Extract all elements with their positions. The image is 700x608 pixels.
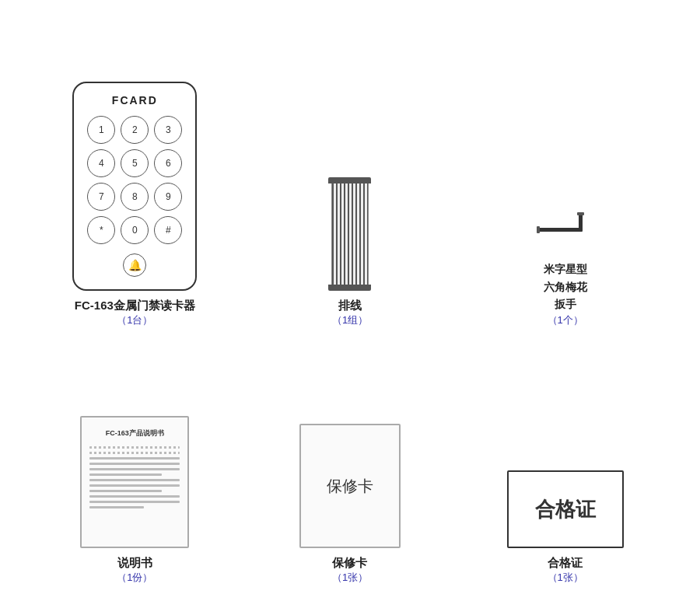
ribbon-item: 排线 （1组） [247,23,454,327]
key-3: 3 [154,116,182,144]
keypad-label: FC-163金属门禁读卡器 （1台） [75,299,195,327]
wrench-svg-icon [534,208,597,254]
warranty-count: （1张） [332,571,368,585]
ribbon-label: 排线 （1组） [332,299,368,327]
bell-icon: 🔔 [123,253,146,277]
ribbon-count: （1组） [332,313,368,327]
warranty-visual: 保修卡 [299,408,401,548]
keypad: FCARD 1 2 3 4 5 6 7 8 9 * 0 # 🔔 [72,82,197,291]
warranty-label: 保修卡 （1张） [332,556,368,585]
svg-rect-2 [537,226,540,233]
manual-line-7 [89,479,180,481]
keypad-item: FCARD 1 2 3 4 5 6 7 8 9 * 0 # 🔔 [31,23,239,327]
manual-item: FC-163产品说明书 说明书 （1份） [31,351,239,585]
key-hash: # [154,216,182,244]
key-7: 7 [87,183,115,211]
certificate-count: （1张） [548,571,583,585]
keypad-grid: 1 2 3 4 5 6 7 8 9 * 0 # [87,116,182,244]
wrench-wrapper: 米字星型 六角梅花 扳手 （1个） [534,208,597,327]
certificate-visual: 合格证 [507,408,624,548]
svg-rect-1 [579,214,583,232]
manual-book: FC-163产品说明书 [80,416,189,548]
key-0: 0 [121,216,149,244]
manual-line-11 [89,501,180,503]
manual-line-10 [89,495,180,498]
certificate-label: 合格证 （1张） [548,556,583,585]
certificate-card: 合格证 [507,470,624,548]
key-4: 4 [87,149,115,177]
keypad-count: （1台） [75,313,195,327]
ribbon-body [331,183,369,285]
manual-book-title: FC-163产品说明书 [106,428,164,439]
manual-line-5 [89,468,180,470]
svg-rect-0 [538,228,581,232]
key-5: 5 [121,149,149,177]
ribbon-connector-top [328,177,371,183]
warranty-item: 保修卡 保修卡 （1张） [247,351,454,585]
ribbon-cable [327,177,373,291]
manual-line-2 [89,452,180,454]
key-1: 1 [87,116,115,144]
manual-count: （1份） [117,571,152,585]
certificate-item: 合格证 合格证 （1张） [461,351,669,585]
wrench-count: （1个） [544,313,587,327]
certificate-card-text: 合格证 [535,496,596,523]
manual-line-4 [89,463,180,465]
wrench-visual: 米字星型 六角梅花 扳手 （1个） [534,187,597,327]
manual-line-3 [89,457,180,459]
wrench-name-line1: 米字星型 [544,260,587,278]
warranty-card: 保修卡 [299,424,401,548]
manual-name: 说明书 [117,556,152,571]
ribbon-connector-bottom [328,285,371,291]
ribbon-name: 排线 [332,299,368,313]
wrench-name-line3: 扳手 [544,295,587,313]
manual-label: 说明书 （1份） [117,556,152,585]
key-8: 8 [121,183,149,211]
manual-lines [89,446,180,508]
manual-line-8 [89,484,180,487]
key-9: 9 [154,183,182,211]
warranty-name: 保修卡 [332,556,368,571]
certificate-name: 合格证 [548,556,583,571]
key-star: * [87,216,115,244]
warranty-card-text: 保修卡 [327,476,373,497]
keypad-visual: FCARD 1 2 3 4 5 6 7 8 9 * 0 # 🔔 [72,82,197,291]
manual-line-6 [89,473,162,476]
ribbon-visual [327,151,373,291]
key-6: 6 [154,149,182,177]
keypad-name: FC-163金属门禁读卡器 [75,299,195,313]
manual-line-1 [89,446,180,449]
wrench-item: 米字星型 六角梅花 扳手 （1个） [461,23,669,327]
manual-line-12 [89,506,144,508]
svg-rect-3 [577,212,584,215]
wrench-name-line2: 六角梅花 [544,278,587,295]
manual-line-9 [89,490,162,492]
key-2: 2 [121,116,149,144]
keypad-brand: FCARD [112,94,158,107]
manual-visual: FC-163产品说明书 [80,408,189,548]
